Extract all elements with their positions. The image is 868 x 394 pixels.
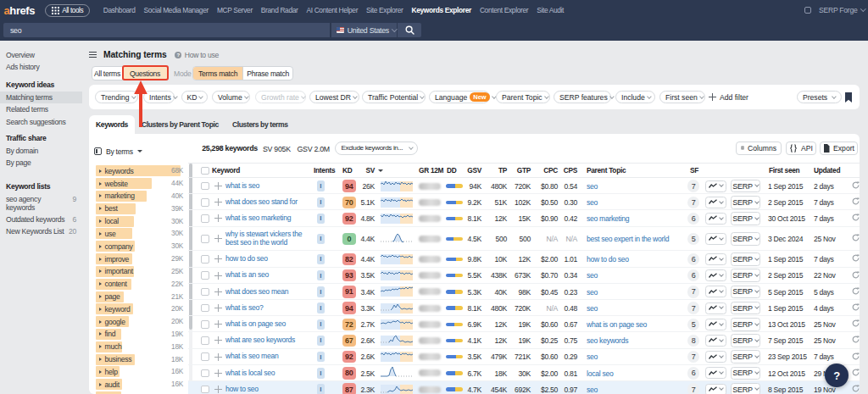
filter-language[interactable]: LanguageNew [429, 91, 490, 103]
add-to-list-icon[interactable] [214, 214, 222, 222]
keyword-link[interactable]: what is seo mean [225, 352, 309, 361]
col-cps[interactable]: CPS [543, 166, 577, 175]
filter-parent-topic[interactable]: Parent Topic [496, 91, 550, 103]
nav-item-brand-radar[interactable]: Brand Radar [261, 6, 298, 14]
sidebar-item-matching-terms[interactable]: Matching terms [0, 92, 82, 104]
serp-button[interactable]: SERP [731, 334, 760, 347]
col-parent-topic[interactable]: Parent Topic [587, 166, 626, 175]
parent-topic-link[interactable]: seo [587, 386, 682, 394]
refresh-icon[interactable] [852, 271, 860, 280]
help-fab[interactable]: ? [825, 363, 849, 387]
country-selector[interactable]: United States [331, 23, 397, 37]
trend-button[interactable] [705, 351, 726, 363]
row-checkbox[interactable] [201, 255, 209, 264]
serp-button[interactable]: SERP [731, 180, 760, 193]
trend-button[interactable] [705, 180, 726, 192]
refresh-icon[interactable] [852, 352, 860, 362]
filter-volume[interactable]: Volume [212, 91, 250, 103]
serp-button[interactable]: SERP [731, 232, 760, 246]
nav-item-dashboard[interactable]: Dashboard [103, 6, 136, 14]
select-all-checkbox[interactable] [201, 167, 209, 175]
trend-button[interactable] [705, 269, 726, 281]
sidebar-item-search-suggestions[interactable]: Search suggestions [0, 116, 82, 129]
row-checkbox[interactable] [201, 386, 209, 394]
trend-button[interactable] [705, 302, 726, 314]
refresh-icon[interactable] [852, 234, 860, 243]
refresh-icon[interactable] [852, 303, 860, 313]
add-to-list-icon[interactable] [214, 304, 222, 312]
search-input[interactable]: seo [3, 23, 330, 37]
add-to-list-icon[interactable] [214, 235, 222, 242]
row-checkbox[interactable] [201, 304, 209, 313]
filter-first-seen[interactable]: First seen [659, 91, 705, 103]
sidebar-item-by-page[interactable]: By page [0, 157, 82, 169]
export-button[interactable]: Export [820, 142, 858, 155]
refresh-icon[interactable] [852, 369, 860, 378]
trend-button[interactable] [705, 367, 726, 379]
filter-lowest-dr[interactable]: Lowest DR [309, 91, 359, 103]
sidebar-item-overview[interactable]: Overview [0, 49, 82, 62]
keyword-link[interactable]: what is seo [225, 182, 309, 191]
col-keyword[interactable]: Keyword [212, 166, 240, 175]
filter-kd[interactable]: KD [181, 91, 209, 103]
keyword-link[interactable]: what is local seo [225, 369, 309, 378]
trend-button[interactable] [705, 335, 726, 347]
filter-growth-rate[interactable]: Growth rate [255, 91, 306, 103]
filter-serp-features[interactable]: SERP features [554, 91, 611, 103]
parent-topic-link[interactable]: seo keywords [587, 336, 682, 345]
nav-item-content-explorer[interactable]: Content Explorer [480, 6, 528, 14]
row-checkbox[interactable] [201, 214, 209, 223]
refresh-icon[interactable] [852, 319, 860, 329]
trend-button[interactable] [705, 233, 726, 245]
keyword-link[interactable]: how to do seo [225, 255, 309, 264]
keyword-link[interactable]: why is stewart vickers the best seo in t… [225, 230, 309, 247]
add-filter-button[interactable]: Add filter [709, 91, 748, 103]
keyword-link[interactable]: what is seo? [225, 304, 309, 313]
tab-all-terms[interactable]: All terms [92, 67, 122, 80]
keyword-link[interactable]: what are seo keywords [225, 336, 309, 345]
trend-button[interactable] [705, 197, 726, 208]
sidebar-item-new-keywords-list[interactable]: New Keywords List20 [0, 225, 82, 238]
row-checkbox[interactable] [201, 369, 209, 378]
row-checkbox[interactable] [201, 235, 209, 243]
row-checkbox[interactable] [201, 182, 209, 191]
parent-topic-link[interactable]: seo [587, 198, 682, 207]
serp-button[interactable]: SERP [731, 350, 760, 363]
refresh-icon[interactable] [852, 197, 860, 207]
row-checkbox[interactable] [201, 352, 209, 361]
row-checkbox[interactable] [201, 271, 209, 280]
refresh-icon[interactable] [852, 385, 860, 394]
serp-forge-menu[interactable]: SERP Forge [804, 0, 865, 20]
col-kd[interactable]: KD [342, 166, 352, 175]
trend-button[interactable] [705, 286, 726, 297]
row-checkbox[interactable] [201, 336, 209, 345]
add-to-list-icon[interactable] [214, 255, 222, 263]
serp-button[interactable]: SERP [731, 269, 760, 282]
parent-topic-link[interactable]: local seo [587, 369, 682, 378]
api-button[interactable]: API [786, 142, 816, 155]
filter-include[interactable]: Include [615, 91, 655, 103]
view-tab-clusters-by-terms[interactable]: Clusters by terms [225, 115, 295, 134]
nav-item-mcp-server[interactable]: MCP Server [217, 6, 253, 14]
how-to-use-link[interactable]: How to use [185, 51, 219, 59]
col-first-seen[interactable]: First seen [769, 166, 799, 175]
ahrefs-logo[interactable]: ahrefs [4, 4, 36, 17]
parent-topic-link[interactable]: what is on page seo [587, 320, 682, 329]
filter-traffic-potential[interactable]: Traffic Potential [362, 91, 426, 103]
serp-button[interactable]: SERP [731, 367, 760, 380]
serp-button[interactable]: SERP [731, 252, 760, 266]
col-gr12m[interactable]: GR 12M [419, 166, 443, 175]
add-to-list-icon[interactable] [214, 272, 222, 280]
serp-button[interactable]: SERP [731, 212, 760, 225]
col-updated[interactable]: Updated [814, 166, 840, 175]
refresh-icon[interactable] [852, 336, 860, 345]
trend-button[interactable] [705, 319, 726, 330]
nav-item-site-audit[interactable]: Site Audit [537, 6, 564, 14]
keyword-link[interactable]: what is an seo [225, 271, 309, 280]
keyword-link[interactable]: what does seo stand for [225, 198, 309, 207]
nav-item-site-explorer[interactable]: Site Explorer [366, 6, 403, 14]
add-to-list-icon[interactable] [214, 353, 222, 361]
add-to-list-icon[interactable] [214, 182, 222, 190]
row-checkbox[interactable] [201, 198, 209, 207]
serp-button[interactable]: SERP [731, 286, 760, 299]
